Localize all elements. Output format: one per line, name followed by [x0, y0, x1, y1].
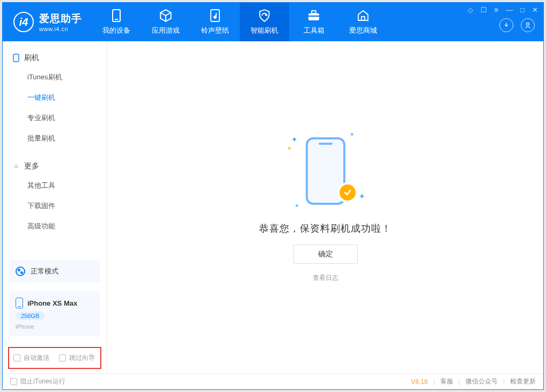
- phone-icon: [109, 9, 123, 23]
- version-label: V8.16: [411, 378, 427, 386]
- footer-link-update[interactable]: 检查更新: [510, 377, 536, 386]
- svg-rect-3: [308, 16, 319, 17]
- brand-subtitle: www.i4.cn: [39, 26, 82, 32]
- close-icon[interactable]: ✕: [532, 6, 538, 14]
- sidebar-item-download-firmware[interactable]: 下载固件: [3, 196, 107, 216]
- checkbox-auto-activate[interactable]: 自动激活: [13, 353, 49, 363]
- separator: |: [433, 378, 435, 386]
- checkbox-label: 阻止iTunes运行: [20, 377, 65, 386]
- tab-smart-flash[interactable]: 智能刷机: [240, 3, 289, 41]
- device-capacity: 256GB: [16, 312, 45, 320]
- account-button[interactable]: [521, 18, 535, 32]
- tab-label: 铃声壁纸: [201, 26, 229, 35]
- checkbox-icon: [59, 354, 66, 361]
- tab-store[interactable]: 爱思商城: [338, 3, 388, 41]
- checkbox-block-itunes[interactable]: 阻止iTunes运行: [10, 377, 65, 386]
- success-message: 恭喜您，保资料刷机成功啦！: [259, 222, 392, 235]
- sparkle-icon: ✦: [359, 192, 363, 196]
- sidebar-item-oneclick-flash[interactable]: 一键刷机: [3, 87, 107, 108]
- tab-label: 工具箱: [304, 26, 324, 35]
- dot-icon: [351, 133, 353, 136]
- device-name: iPhone XS Max: [27, 299, 77, 307]
- tab-toolbox[interactable]: 工具箱: [289, 3, 338, 41]
- tab-label: 爱思商城: [349, 26, 377, 35]
- svg-rect-4: [361, 17, 365, 20]
- bottom-options-highlight: 自动激活 跳过向导: [8, 347, 101, 369]
- svg-rect-1: [308, 13, 319, 20]
- footer-link-support[interactable]: 客服: [440, 377, 453, 386]
- success-illustration: ✦ ✦: [288, 132, 363, 212]
- device-card[interactable]: iPhone XS Max 256GB iPhone: [9, 291, 100, 336]
- tab-my-device[interactable]: 我的设备: [92, 3, 141, 41]
- svg-rect-2: [312, 11, 316, 13]
- device-outline-icon: [12, 54, 20, 62]
- tab-apps-games[interactable]: 应用游戏: [141, 3, 190, 41]
- checkbox-label: 自动激活: [24, 353, 49, 363]
- feedback-icon[interactable]: ☐: [481, 6, 487, 14]
- statusbar: 阻止iTunes运行 V8.16 | 客服 | 微信公众号 | 检查更新: [3, 373, 543, 389]
- brand: i4 爱思助手 www.i4.cn: [3, 3, 92, 41]
- titlebar-right: ◇ ☐ ≡ — □ ✕: [468, 3, 543, 41]
- view-log-link[interactable]: 查看日志: [313, 273, 338, 283]
- store-icon: [356, 9, 370, 23]
- mode-label: 正常模式: [31, 267, 58, 276]
- checkbox-icon: [10, 378, 17, 385]
- titlebar: i4 爱思助手 www.i4.cn 我的设备 应用游戏 铃声壁纸: [3, 3, 543, 41]
- tab-label: 应用游戏: [152, 26, 180, 35]
- phone-small-icon: [16, 298, 23, 308]
- main-tabs: 我的设备 应用游戏 铃声壁纸 智能刷机: [92, 3, 388, 41]
- window-controls: ◇ ☐ ≡ — □ ✕: [468, 6, 538, 14]
- menu-icon[interactable]: ≡: [495, 6, 499, 14]
- svg-rect-0: [211, 10, 219, 21]
- download-button[interactable]: [499, 18, 513, 32]
- maximize-icon[interactable]: □: [520, 6, 525, 14]
- tab-label: 我的设备: [102, 26, 130, 35]
- sidebar-item-advanced[interactable]: 高级功能: [3, 216, 107, 236]
- app-window: i4 爱思助手 www.i4.cn 我的设备 应用游戏 铃声壁纸: [2, 2, 544, 390]
- checkbox-label: 跳过向导: [69, 353, 95, 363]
- sidebar-item-batch-flash[interactable]: 批量刷机: [3, 128, 107, 149]
- cube-icon: [159, 9, 173, 23]
- device-row: iPhone XS Max: [16, 298, 94, 308]
- checkbox-icon: [13, 354, 20, 361]
- svg-rect-6: [13, 54, 19, 62]
- ok-button[interactable]: 确定: [293, 245, 358, 264]
- separator: |: [503, 378, 505, 386]
- sparkle-icon: ✦: [291, 135, 296, 139]
- toolbox-icon: [307, 9, 321, 23]
- sidebar-item-pro-flash[interactable]: 专业刷机: [3, 108, 107, 128]
- success-badge-icon: [337, 182, 358, 203]
- brand-logo-icon: i4: [13, 12, 34, 32]
- brand-text: 爱思助手 www.i4.cn: [39, 12, 82, 32]
- tab-label: 智能刷机: [250, 26, 278, 35]
- mode-card[interactable]: 正常模式: [9, 260, 100, 283]
- main-content: ✦ ✦ 恭喜您，保资料刷机成功啦！ 确定 查看日志: [107, 41, 543, 373]
- dot-icon: [296, 204, 298, 207]
- brand-title: 爱思助手: [39, 12, 82, 26]
- sidebar-group-label: 刷机: [24, 53, 39, 63]
- sidebar: 刷机 iTunes刷机 一键刷机 专业刷机 批量刷机 ≡ 更多 其他工具 下载固…: [3, 41, 107, 373]
- sidebar-group-flash: 刷机: [3, 49, 107, 67]
- shield-sync-icon: [257, 9, 271, 23]
- dot-icon: [288, 147, 291, 150]
- mode-icon: [16, 267, 25, 276]
- footer-right: V8.16 | 客服 | 微信公众号 | 检查更新: [411, 377, 536, 386]
- device-type: iPhone: [16, 323, 94, 330]
- skin-icon[interactable]: ◇: [468, 6, 473, 14]
- music-file-icon: [208, 9, 222, 23]
- sidebar-item-itunes-flash[interactable]: iTunes刷机: [3, 67, 107, 87]
- app-body: 刷机 iTunes刷机 一键刷机 专业刷机 批量刷机 ≡ 更多 其他工具 下载固…: [3, 41, 543, 373]
- minimize-icon[interactable]: —: [506, 6, 513, 14]
- separator: |: [459, 378, 460, 386]
- footer-link-wechat[interactable]: 微信公众号: [466, 377, 498, 386]
- sidebar-group-label: 更多: [24, 161, 39, 171]
- checkbox-skip-wizard[interactable]: 跳过向导: [59, 353, 95, 363]
- tab-ringtone-wallpaper[interactable]: 铃声壁纸: [190, 3, 240, 41]
- title-actions: [499, 18, 538, 32]
- svg-point-5: [527, 23, 529, 26]
- list-icon: ≡: [12, 162, 20, 170]
- sidebar-group-more: ≡ 更多: [3, 157, 107, 175]
- sidebar-item-other-tools[interactable]: 其他工具: [3, 175, 107, 196]
